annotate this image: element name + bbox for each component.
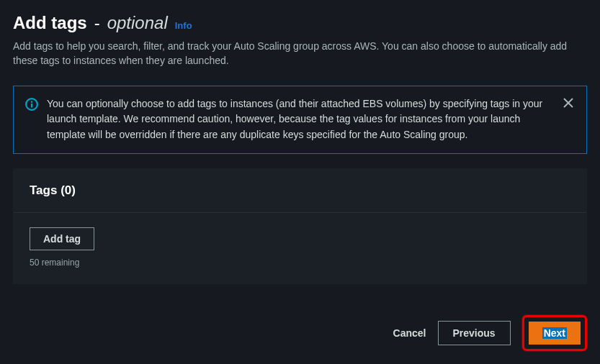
svg-rect-1 — [31, 103, 32, 107]
alert-text: You can optionally choose to add tags to… — [47, 96, 553, 143]
wizard-footer: Cancel Previous Next — [393, 315, 587, 351]
cancel-button[interactable]: Cancel — [393, 327, 426, 339]
info-link[interactable]: Info — [175, 20, 192, 31]
page-title: Add tags — [13, 13, 87, 33]
title-separator: - — [94, 13, 100, 33]
page-description: Add tags to help you search, filter, and… — [13, 39, 587, 68]
tags-panel: Tags (0) Add tag 50 remaining — [13, 168, 587, 284]
remaining-label: 50 remaining — [30, 258, 570, 268]
next-button[interactable]: Next — [529, 322, 581, 345]
tags-heading: Tags (0) — [14, 169, 586, 213]
next-button-label: Next — [542, 327, 567, 339]
title-optional: optional — [107, 13, 168, 33]
previous-button[interactable]: Previous — [438, 321, 511, 345]
page-header: Add tags - optional Info — [13, 13, 587, 33]
close-icon[interactable] — [562, 96, 575, 109]
info-alert: You can optionally choose to add tags to… — [13, 86, 587, 154]
tags-body: Add tag 50 remaining — [14, 213, 586, 283]
next-highlight-box: Next — [522, 315, 587, 351]
svg-rect-2 — [31, 101, 32, 102]
info-icon — [25, 96, 38, 111]
add-tag-button[interactable]: Add tag — [30, 227, 94, 250]
